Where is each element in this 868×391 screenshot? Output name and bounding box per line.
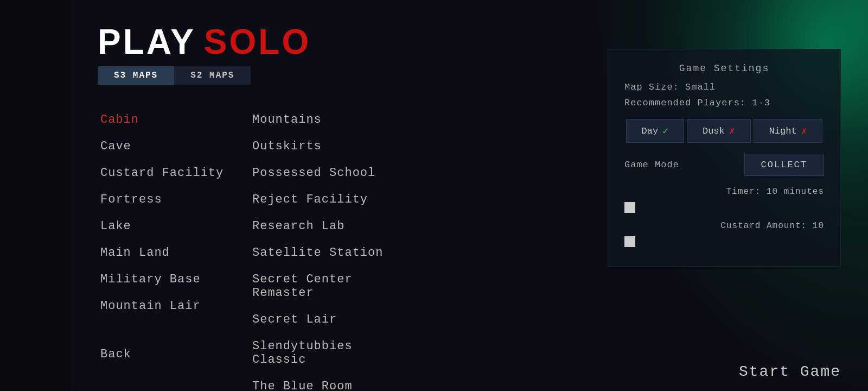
dusk-label: Dusk (703, 126, 725, 136)
left-maps-column: Cabin Cave Custard Facility Fortress Lak… (98, 106, 250, 391)
settings-title: Game Settings (624, 63, 824, 74)
time-buttons-group: Day ✓ Dusk ✗ Night ✗ (624, 119, 824, 143)
map-item-fortress[interactable]: Fortress (98, 186, 250, 213)
back-button[interactable]: Back (98, 341, 250, 368)
night-x-icon: ✗ (801, 125, 807, 137)
game-mode-row: Game Mode COLLECT (624, 154, 824, 176)
map-item-mountain-lair[interactable]: Mountain Lair (98, 293, 250, 319)
map-item-main-land[interactable]: Main Land (98, 239, 250, 266)
map-item-secret-lair[interactable]: Secret Lair (250, 306, 401, 333)
map-item-research-lab[interactable]: Research Lab (250, 213, 401, 239)
tab-s2-maps[interactable]: S2 MAPS (174, 66, 251, 85)
custard-checkbox-row (624, 235, 824, 247)
time-btn-dusk[interactable]: Dusk ✗ (687, 119, 751, 143)
game-mode-label: Game Mode (624, 160, 679, 170)
time-btn-day[interactable]: Day ✓ (626, 119, 684, 143)
map-size-row: Map Size: Small (624, 82, 824, 92)
map-item-cabin[interactable]: Cabin (98, 106, 250, 133)
map-item-the-blue-room[interactable]: The Blue Room (250, 373, 401, 391)
custard-checkbox[interactable] (624, 236, 635, 247)
map-item-possessed-school[interactable]: Possessed School (250, 160, 401, 186)
timer-section: Timer: 10 minutes (624, 187, 824, 213)
start-game-button[interactable]: Start Game (739, 363, 841, 380)
map-item-secret-center-remaster[interactable]: Secret Center Remaster (250, 266, 401, 306)
map-item-satellite-station[interactable]: Satellite Station (250, 239, 401, 266)
map-item-reject-facility[interactable]: Reject Facility (250, 186, 401, 213)
game-mode-value[interactable]: COLLECT (744, 154, 824, 176)
night-label: Night (769, 126, 797, 136)
day-label: Day (642, 126, 659, 136)
map-item-slendytubbies-classic[interactable]: Slendytubbies Classic (250, 333, 401, 373)
time-btn-night[interactable]: Night ✗ (754, 119, 823, 143)
main-content: PLAYSOLO S3 MAPS S2 MAPS Cabin Cave Cust… (71, 0, 868, 391)
map-item-custard-facility[interactable]: Custard Facility (98, 160, 250, 186)
left-sidebar (0, 0, 71, 391)
map-item-lake[interactable]: Lake (98, 213, 250, 239)
settings-panel: Game Settings Map Size: Small Recommende… (608, 49, 841, 267)
title-solo: SOLO (204, 22, 311, 62)
title-play: PLAY (98, 22, 196, 62)
custard-label: Custard Amount: 10 (624, 221, 824, 231)
timer-checkbox-row (624, 201, 824, 213)
map-item-military-base[interactable]: Military Base (98, 266, 250, 293)
timer-label: Timer: 10 minutes (624, 187, 824, 197)
tab-s3-maps[interactable]: S3 MAPS (98, 66, 174, 85)
right-maps-column: Mountains Outskirts Possessed School Rej… (250, 106, 401, 391)
recommended-players-row: Recommended Players: 1-3 (624, 98, 824, 108)
map-item-mountains[interactable]: Mountains (250, 106, 401, 133)
timer-checkbox[interactable] (624, 202, 635, 213)
dusk-x-icon: ✗ (729, 125, 735, 137)
map-item-outskirts[interactable]: Outskirts (250, 133, 401, 160)
map-item-cave[interactable]: Cave (98, 133, 250, 160)
day-check-icon: ✓ (662, 125, 668, 137)
custard-section: Custard Amount: 10 (624, 221, 824, 247)
